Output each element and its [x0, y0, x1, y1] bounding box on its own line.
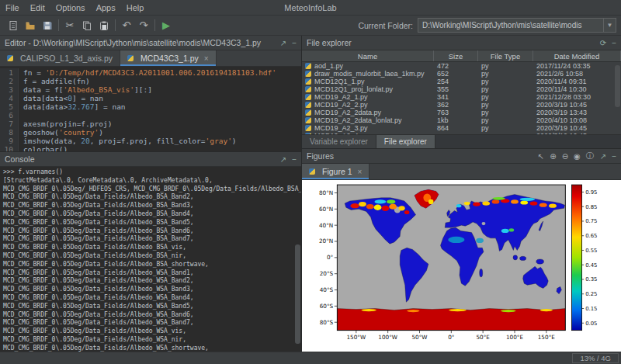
minimize-panel-icon[interactable]: − [612, 39, 616, 47]
float-panel-icon[interactable]: ↗ [600, 152, 606, 161]
zoom-out-icon[interactable]: ⊖ [562, 152, 568, 161]
table-row[interactable]: draw_modis_mulorbit_laea_1km.py652py2021… [302, 70, 621, 78]
table-row[interactable]: MCD19_A2_1.py341py2021/12/28 03:30 [302, 93, 621, 101]
file-type-cell: py [478, 132, 533, 134]
zoom-in-icon[interactable]: ⊕ [550, 152, 556, 161]
menu-bar: FileEditOptionsAppsHelp MeteoInfoLab [0, 0, 621, 16]
left-column: Editor - D:\Working\MIScript\Jython\mis\… [0, 36, 302, 352]
float-panel-icon[interactable]: ↗ [280, 155, 286, 164]
column-header-file-type[interactable]: File Type [478, 50, 533, 61]
caspian-sea [482, 222, 486, 225]
full-extent-icon[interactable]: ◉ [574, 152, 581, 161]
console-scrollbar[interactable] [295, 244, 300, 345]
console-line: MCD_CMG_BRDF_0\.05Deg/Data_Fields/Albedo… [3, 277, 301, 286]
console-line: MCD_CMG_BRDF_0\.05Deg/Data_Fields/Albedo… [3, 328, 301, 336]
table-row[interactable]: MCD19_A2_2.py362py2020/3/19 10:45 [302, 101, 621, 109]
console-line: MCD_CMG_BRDF_0\.05Deg/_HDFEOS_CRS, MCD_C… [3, 185, 301, 194]
console-line: MCD_CMG_BRDF_0\.05Deg/Data_Fields/Albedo… [3, 319, 301, 328]
figure-tab[interactable]: Figure 1× [302, 164, 369, 179]
file-name-cell: aod_1.py [302, 62, 434, 70]
figures-panel-title: Figures [307, 151, 538, 161]
run-icon[interactable]: ▶ [158, 18, 175, 33]
file-size-cell: 763 [434, 109, 478, 116]
tab-variable-explorer[interactable]: Variable explorer [302, 135, 376, 148]
minimize-panel-icon[interactable]: − [612, 152, 616, 161]
editor-tab-label: CALIPSO_L1_3d_axis.py [20, 54, 113, 63]
file-table-scrollbar[interactable] [615, 65, 620, 107]
py-file-icon [305, 117, 311, 123]
code-line: 1fn = 'D:/Temp/hdf/MCD43C3.A2011001.006.… [0, 68, 301, 77]
file-type-cell: py [478, 62, 533, 70]
cut-icon[interactable]: ✂ [61, 18, 78, 33]
console-line: MCD_CMG_BRDF_0\.05Deg/Data_Fields/Albedo… [3, 210, 301, 219]
menu-options[interactable]: Options [50, 2, 91, 14]
py-file-icon [305, 86, 311, 92]
table-row[interactable]: MCD19_A2_2data_lonlat.py1kbpy2020/4/10 1… [302, 116, 621, 124]
console-output[interactable]: >>> f.varnames()[StructMetadata\.0, Core… [0, 167, 301, 352]
tab-file-explorer[interactable]: File explorer [376, 135, 435, 148]
file-date-cell: 2017/11/24 03:35 [533, 62, 621, 70]
menus: FileEditOptionsAppsHelp [0, 2, 149, 14]
antarctica-albedo [337, 308, 565, 330]
status-bar: 13% / 4G [0, 352, 621, 364]
menu-edit[interactable]: Edit [25, 2, 50, 14]
svg-text:0.65: 0.65 [585, 233, 597, 239]
world-albedo-map: 80°N60°N40°N20°N0°20°S40°S60°S80°S150°W1… [302, 180, 621, 352]
line-number: 6 [0, 111, 19, 120]
table-row[interactable]: MCD12Q1_1.py254py2020/11/4 09:31 [302, 78, 621, 85]
minimize-panel-icon[interactable]: − [292, 155, 297, 164]
close-tab-icon[interactable]: × [204, 54, 209, 63]
table-row[interactable]: aod_1.py472py2017/11/24 03:35 [302, 62, 621, 70]
code-editor[interactable]: 1fn = 'D:/Temp/hdf/MCD43C3.A2011001.006.… [0, 67, 301, 151]
current-folder-combobox[interactable]: D:\Working\MIScript\Jython\mis\satellite… [418, 18, 616, 33]
table-row[interactable]: MCD19_A2_2data.py763py2020/3/19 13:43 [302, 109, 621, 116]
refresh-icon[interactable]: ⟳ [600, 39, 606, 47]
float-panel-icon[interactable]: ↗ [280, 39, 286, 47]
file-date-cell: 2020/4/10 10:08 [533, 116, 621, 124]
editor-panel-header: Editor - D:\Working\MIScript\Jython\mis\… [0, 36, 301, 50]
table-row[interactable]: MCD19_A2_4.pypy2020/3/19 10:45 [302, 132, 621, 134]
copy-icon[interactable] [78, 18, 95, 33]
file-date-cell: 2020/11/4 09:31 [533, 78, 621, 85]
table-row[interactable]: MCD12Q1_proj_lonlat.py355py2020/11/4 10:… [302, 85, 621, 93]
editor-panel: Editor - D:\Working\MIScript\Jython\mis\… [0, 36, 301, 152]
editor-tab[interactable]: MCD43C3_1.py× [120, 50, 217, 66]
file-date-cell: 2020/3/19 10:45 [533, 124, 621, 132]
toolbar-separator [115, 19, 116, 31]
toolbar-separator [154, 19, 155, 31]
file-date-cell: 2021/2/6 10:58 [533, 70, 621, 78]
minimize-panel-icon[interactable]: − [292, 39, 297, 47]
code-line: 8geoshow('country') [0, 128, 301, 137]
menu-apps[interactable]: Apps [91, 2, 121, 14]
py-file-icon [305, 78, 311, 85]
editor-tab[interactable]: CALIPSO_L1_3d_axis.py [0, 50, 120, 66]
py-file-icon [305, 94, 311, 100]
file-date-cell: 2020/11/4 10:30 [533, 85, 621, 93]
console-line: MCD_CMG_BRDF_0\.05Deg/Data_Fields/Albedo… [3, 303, 301, 311]
console-line: MCD_CMG_BRDF_0\.05Deg/Data_Fields/Albedo… [3, 252, 301, 261]
svg-text:0.85: 0.85 [585, 204, 597, 210]
redo-icon[interactable]: ↷ [135, 18, 152, 33]
file-explorer-header: File explorer ⟳ − [302, 36, 621, 50]
column-header-size[interactable]: Size [434, 50, 478, 61]
table-row[interactable]: MCD19_A2_3.py864py2020/3/19 10:45 [302, 124, 621, 132]
code-line: 4data[data<0] = nan [0, 94, 301, 102]
console-line: MCD_CMG_BRDF_0\.05Deg/Data_Fields/Albedo… [3, 227, 301, 236]
editor-tab-bar: CALIPSO_L1_3d_axis.pyMCD43C3_1.py× [0, 50, 301, 67]
file-date-cell: 2020/3/19 13:43 [533, 109, 621, 116]
column-header-name[interactable]: Name [302, 50, 434, 61]
select-icon[interactable]: ↖ [538, 152, 544, 161]
open-file-icon[interactable] [22, 18, 39, 33]
menu-help[interactable]: Help [121, 2, 150, 14]
new-file-icon[interactable] [5, 18, 22, 33]
menu-file[interactable]: File [0, 2, 25, 14]
chevron-down-icon[interactable]: ▼ [603, 19, 616, 32]
paste-icon[interactable] [95, 18, 113, 33]
close-tab-icon[interactable]: × [358, 168, 363, 176]
file-name-cell: MCD19_A2_2data.py [302, 109, 434, 116]
figure-canvas[interactable]: 80°N60°N40°N20°N0°20°S40°S60°S80°S150°W1… [302, 180, 621, 352]
undo-icon[interactable]: ↶ [118, 18, 135, 33]
column-header-date-modified[interactable]: Date Modified [533, 50, 621, 61]
save-icon[interactable] [39, 18, 56, 33]
identify-icon[interactable]: ⓘ [586, 151, 594, 161]
